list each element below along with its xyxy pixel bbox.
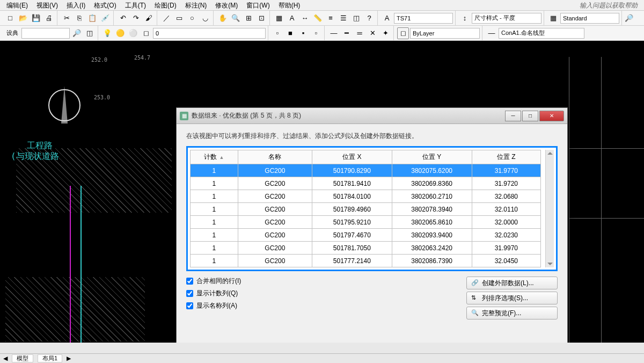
ref-icon[interactable]: ◫ xyxy=(84,27,96,39)
bulb3-icon[interactable]: ◻ xyxy=(140,27,152,39)
table-row[interactable]: 1GC200501795.92103802065.861032.0000 xyxy=(191,216,541,229)
menu-help[interactable]: 帮助(H) xyxy=(274,0,305,10)
menu-dim[interactable]: 标注(N) xyxy=(181,0,211,10)
help-search[interactable]: 输入问题以获取帮助 xyxy=(575,0,642,10)
help-icon[interactable]: ? xyxy=(363,12,375,24)
dialog-titlebar[interactable]: ▦ 数据组来 · 优化数据 (第 5 页，共 8 页) ─ □ ✕ xyxy=(177,108,567,124)
lw1-icon[interactable]: — xyxy=(328,27,340,39)
new-icon[interactable]: □ xyxy=(4,12,16,24)
table-row[interactable]: 1GC200501784.01003802060.271032.0680 xyxy=(191,190,541,203)
bulb2-icon[interactable]: ⚪ xyxy=(127,27,139,39)
arc-icon[interactable]: ◡ xyxy=(199,12,211,24)
measure-icon[interactable]: 📏 xyxy=(312,12,324,24)
header-name[interactable]: 名称 xyxy=(238,150,312,164)
tab-nav-prev[interactable]: ◀ xyxy=(3,355,8,362)
linetype-select[interactable] xyxy=(499,28,584,39)
zoom-window-icon[interactable]: ⊞ xyxy=(243,12,254,24)
hatch-icon[interactable]: ▦ xyxy=(273,12,285,24)
props-icon[interactable]: ☰ xyxy=(338,12,349,24)
menu-modify[interactable]: 修改(M) xyxy=(211,0,242,10)
find-icon[interactable]: 🔎 xyxy=(623,12,635,24)
tab-layout1[interactable]: 布局1 xyxy=(38,354,62,362)
checkbox-merge-rows[interactable]: 合并相同的行(I) xyxy=(186,277,241,286)
lw2-icon[interactable]: ━ xyxy=(341,27,353,39)
table-row[interactable]: 1GC200501777.21403802086.739032.0450 xyxy=(191,255,541,267)
zoom-extents-icon[interactable]: 🔍 xyxy=(230,12,241,24)
minimize-button[interactable]: ─ xyxy=(505,111,521,121)
menu-view[interactable]: 视图(V) xyxy=(32,0,62,10)
text-tool-icon[interactable]: A xyxy=(286,12,298,24)
zoom-all-icon[interactable]: ⊡ xyxy=(255,12,267,24)
menu-window[interactable]: 窗口(W) xyxy=(242,0,274,10)
line-icon[interactable]: ／ xyxy=(160,12,172,24)
layer-select[interactable] xyxy=(153,28,266,39)
circle-icon[interactable]: ○ xyxy=(186,12,198,24)
redo-icon[interactable]: ↷ xyxy=(130,12,142,24)
dim-tool-icon[interactable]: ↔ xyxy=(299,12,311,24)
menu-draw[interactable]: 绘图(D) xyxy=(150,0,181,10)
undo-icon[interactable]: ↶ xyxy=(117,12,129,24)
color-swatch[interactable]: ◻ xyxy=(397,27,409,39)
cut-icon[interactable]: ✂ xyxy=(61,12,72,24)
osnap-icon[interactable]: ✕ xyxy=(367,27,378,39)
block-icon[interactable]: ◫ xyxy=(350,12,362,24)
bylayer-select[interactable] xyxy=(410,28,480,39)
copy-icon[interactable]: ⎘ xyxy=(74,12,85,24)
rect-icon[interactable]: ▭ xyxy=(173,12,185,24)
header-count[interactable]: 计数▲ xyxy=(191,150,238,164)
text-style-select[interactable] xyxy=(394,13,453,24)
pan-icon[interactable]: ✋ xyxy=(217,12,229,24)
paste-icon[interactable]: 📋 xyxy=(86,12,98,24)
table-row[interactable]: 1GC200501781.70503802063.242031.9970 xyxy=(191,242,541,255)
link-external-button[interactable]: 🔗 创建外部数据(L)... xyxy=(466,277,558,289)
table-row[interactable]: 1GC200501781.94103802069.836031.9720 xyxy=(191,177,541,190)
table-row[interactable]: 1GC200501790.82903802075.620031.9770 xyxy=(191,164,541,177)
textstyle-icon: A xyxy=(381,12,393,24)
polar-icon[interactable]: ▪ xyxy=(297,27,309,39)
checkbox-name-input[interactable] xyxy=(186,302,193,309)
menu-tools[interactable]: 工具(T) xyxy=(121,0,150,10)
sun-icon[interactable]: 🟡 xyxy=(114,27,126,39)
save-icon[interactable]: 💾 xyxy=(30,12,42,24)
lw3-icon[interactable]: ═ xyxy=(354,27,365,39)
maximize-button[interactable]: □ xyxy=(522,111,538,121)
light-icon[interactable]: 💡 xyxy=(101,27,113,39)
checkbox-merge-input[interactable] xyxy=(186,278,193,285)
cell-y: 3802086.7390 xyxy=(392,255,472,267)
close-button[interactable]: ✕ xyxy=(539,111,564,121)
grid-icon[interactable]: ▫ xyxy=(310,27,322,39)
data-table[interactable]: 计数▲ 名称 位置 X 位置 Y 位置 Z 1GC200501790.82903… xyxy=(190,150,541,267)
table-style-select[interactable] xyxy=(560,13,619,24)
dim-style-select[interactable] xyxy=(472,13,541,24)
checkbox-count-input[interactable] xyxy=(186,290,193,297)
layers-icon[interactable]: ≡ xyxy=(325,12,336,24)
cell-count: 1 xyxy=(191,229,238,242)
header-z[interactable]: 位置 Z xyxy=(472,150,541,164)
tab-nav-next[interactable]: ▶ xyxy=(67,355,71,362)
table-row[interactable]: 1GC200501797.46703802093.940032.0230 xyxy=(191,229,541,242)
header-x[interactable]: 位置 X xyxy=(312,150,392,164)
sort-options-button[interactable]: ⇅ 列排序选项(S)... xyxy=(466,292,558,304)
match-icon[interactable]: 💉 xyxy=(99,12,111,24)
header-y[interactable]: 位置 Y xyxy=(392,150,472,164)
search-input[interactable] xyxy=(21,28,70,39)
search-go-icon[interactable]: 🔎 xyxy=(71,27,83,39)
sort-icon: ⇅ xyxy=(471,294,479,302)
brush-icon[interactable]: 🖌 xyxy=(143,12,155,24)
ortho-icon[interactable]: ■ xyxy=(284,27,296,39)
table-row[interactable]: 1GC200501789.49603802078.394032.0110 xyxy=(191,203,541,216)
menu-insert[interactable]: 插入(I) xyxy=(62,0,90,10)
tab-model[interactable]: 模型 xyxy=(12,354,33,362)
open-icon[interactable]: 📂 xyxy=(17,12,29,24)
cad-elev2: 254.7 xyxy=(134,55,150,61)
dyn-icon[interactable]: ✦ xyxy=(379,27,391,39)
snap-icon[interactable]: ▫ xyxy=(272,27,283,39)
menu-format[interactable]: 格式(O) xyxy=(90,0,120,10)
checkbox-show-count[interactable]: 显示计数列(Q) xyxy=(186,289,241,298)
menu-edit[interactable]: 编辑(E) xyxy=(2,0,32,10)
checkbox-show-name[interactable]: 显示名称列(A) xyxy=(186,301,241,310)
drawing-canvas[interactable]: 工程路 (与现状道路 252.0 254.7 253.0 ▦ 数据组来 · 优化… xyxy=(0,41,644,343)
table-scrollbar[interactable] xyxy=(545,150,554,267)
plot-icon[interactable]: 🖨 xyxy=(43,12,55,24)
full-preview-button[interactable]: 🔍 完整预览(F)... xyxy=(466,307,558,320)
